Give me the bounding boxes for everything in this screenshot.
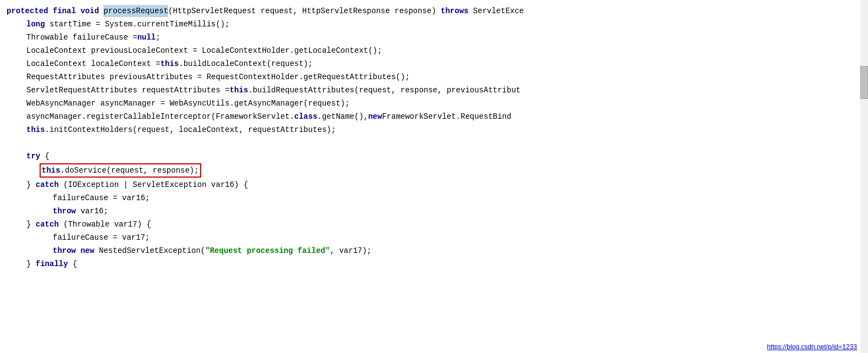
code-line-11 — [0, 136, 868, 150]
scrollbar-track — [860, 0, 868, 353]
keyword-throw-2: throw — [53, 245, 76, 257]
keyword-null: null — [137, 31, 156, 43]
code-line-1: protected final void processRequest(Http… — [0, 4, 868, 18]
keyword-this-1: this — [161, 58, 179, 70]
keyword-final: final — [53, 5, 76, 17]
code-line-4: LocaleContext previousLocaleContext = Lo… — [0, 44, 868, 57]
keyword-void: void — [80, 5, 99, 17]
code-line-20: } finally { — [0, 257, 868, 271]
keyword-catch-1: catch — [36, 179, 59, 191]
code-line-5: LocaleContext localeContext = this.build… — [0, 57, 868, 70]
keyword-this-3: this — [26, 124, 45, 136]
keyword-this-2: this — [230, 84, 248, 96]
code-line-6: RequestAttributes previousAttributes = R… — [0, 70, 868, 84]
code-line-3: Throwable failureCause = null; — [0, 31, 868, 44]
code-line-12: try { — [0, 150, 868, 163]
code-line-13: this.doService(request, response); — [0, 163, 868, 178]
keyword-long: long — [26, 18, 45, 30]
keyword-finally: finally — [36, 258, 68, 270]
code-line-9: asyncManager.registerCallableInterceptor… — [0, 110, 868, 123]
keyword-this-4: this — [42, 166, 60, 175]
highlighted-do-service: this.doService(request, response); — [40, 163, 201, 178]
string-request-failed: "Request processing failed" — [205, 245, 330, 257]
keyword-throws: throws — [441, 5, 468, 17]
code-line-19: throw new NestedServletException("Reques… — [0, 244, 868, 257]
code-line-17: } catch (Throwable var17) { — [0, 218, 868, 231]
code-editor: protected final void processRequest(Http… — [0, 0, 868, 353]
keyword-new-2: new — [80, 245, 94, 257]
code-line-7: ServletRequestAttributes requestAttribut… — [0, 84, 868, 97]
scrollbar-thumb[interactable] — [860, 66, 868, 99]
keyword-class: class — [294, 111, 317, 123]
code-line-18: failureCause = var17; — [0, 231, 868, 244]
code-line-10: this.initContextHolders(request, localeC… — [0, 123, 868, 136]
keyword-new-1: new — [368, 111, 382, 123]
keyword-try: try — [26, 150, 40, 162]
selected-method-name: processRequest — [103, 5, 168, 17]
code-line-15: failureCause = var16; — [0, 191, 868, 205]
keyword-throw-1: throw — [53, 205, 76, 217]
url-link[interactable]: https://blog.csdn.net/p/id=1233 — [767, 343, 857, 351]
keyword-catch-2: catch — [36, 218, 59, 230]
keyword-protected: protected — [7, 5, 48, 17]
code-line-16: throw var16; — [0, 205, 868, 218]
code-line-14: } catch (IOException | ServletException … — [0, 178, 868, 191]
code-line-8: WebAsyncManager asyncManager = WebAsyncU… — [0, 97, 868, 110]
code-line-2: long startTime = System.currentTimeMilli… — [0, 18, 868, 31]
